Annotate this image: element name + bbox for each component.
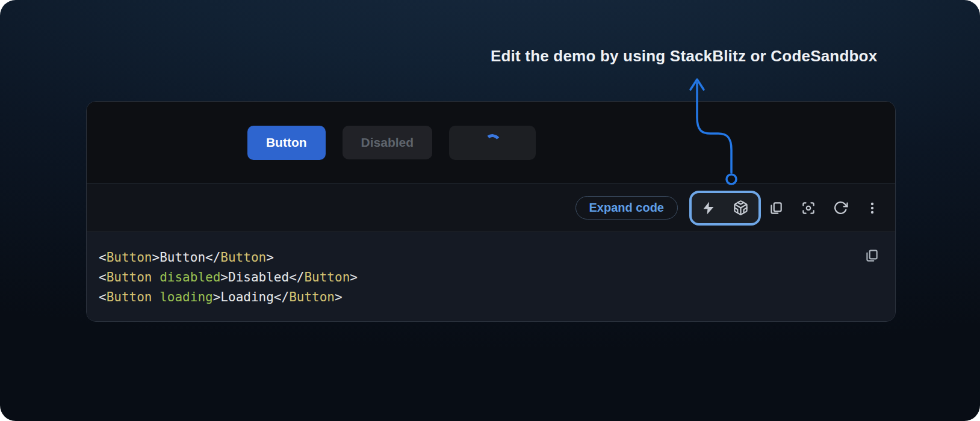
code-token: Disabled (228, 270, 289, 284)
code-token: </ (205, 250, 220, 265)
code-token: Button (107, 290, 152, 304)
copy-snippet-button[interactable] (864, 248, 879, 263)
expand-code-button[interactable]: Expand code (575, 196, 678, 220)
code-token: > (152, 250, 160, 265)
code-token: </ (274, 290, 289, 304)
loading-spinner-icon (483, 133, 502, 152)
demo-preview-area: Button Disabled (87, 102, 895, 183)
code-line: <Button>Button</Button> (99, 248, 881, 268)
code-token: disabled (160, 270, 220, 284)
code-line: <Button loading>Loading</Button> (99, 287, 881, 307)
code-line: <Button disabled>Disabled</Button> (99, 268, 881, 287)
code-token: > (266, 250, 274, 265)
codesandbox-cube-icon (733, 200, 749, 216)
stackblitz-bolt-icon (701, 200, 716, 216)
toolbar-tail-icons (768, 200, 879, 216)
code-token: Button (160, 250, 205, 265)
code-token: Button (107, 250, 152, 265)
code-token: > (350, 270, 358, 284)
copy-icon (768, 200, 784, 216)
page-background: Edit the demo by using StackBlitz or Cod… (0, 0, 980, 421)
code-token (152, 290, 160, 304)
code-token: < (99, 270, 107, 284)
code-token: </ (289, 270, 304, 284)
snippet-focus-button[interactable] (801, 200, 816, 216)
code-token: > (335, 290, 343, 304)
code-token: Button (220, 250, 266, 265)
code-token: > (220, 270, 228, 284)
copy-code-button[interactable] (768, 200, 784, 216)
code-token: loading (160, 290, 213, 304)
code-block: <Button>Button</Button><Button disabled>… (87, 232, 895, 321)
code-token: < (99, 250, 107, 265)
refresh-icon (833, 200, 848, 215)
loading-button[interactable] (449, 126, 536, 160)
code-token: Button (304, 270, 350, 284)
code-content: <Button>Button</Button><Button disabled>… (99, 248, 881, 307)
editor-icons-highlight-ring (689, 191, 761, 226)
code-token: Loading (220, 290, 274, 304)
primary-button[interactable]: Button (247, 126, 326, 160)
more-vertical-icon (865, 200, 879, 216)
code-token: > (213, 290, 221, 304)
codesandbox-button[interactable] (733, 200, 749, 216)
code-token (152, 270, 160, 284)
demo-card: Button Disabled Expand code (86, 101, 896, 322)
code-token: < (99, 290, 107, 304)
copy-icon (864, 248, 879, 263)
refresh-demo-button[interactable] (833, 200, 848, 215)
demo-toolbar: Expand code (87, 183, 895, 232)
stackblitz-button[interactable] (701, 200, 716, 216)
caption-text: Edit the demo by using StackBlitz or Cod… (491, 47, 877, 66)
more-actions-button[interactable] (865, 200, 879, 216)
disabled-button: Disabled (343, 126, 433, 159)
code-token: Button (107, 270, 152, 284)
focus-scan-icon (801, 200, 816, 216)
callout-arrow (680, 71, 746, 189)
code-token: Button (289, 290, 335, 304)
